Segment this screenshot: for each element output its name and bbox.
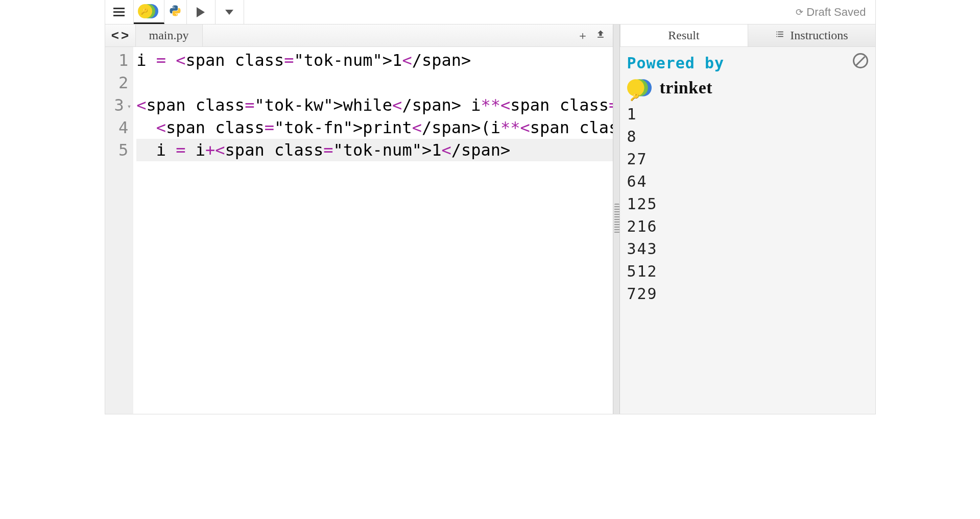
trinket-logo-button[interactable]: 🔑 xyxy=(134,0,164,24)
output-line: 512 xyxy=(627,260,868,283)
output-line: 216 xyxy=(627,215,868,238)
python-icon xyxy=(169,5,181,20)
file-nav-arrows[interactable]: < > xyxy=(105,24,136,46)
main-body: < > main.py ＋ 12345 i = <span class="tok… xyxy=(105,24,875,414)
code-line[interactable]: <span class="tok-fn">print</span>(i**<sp… xyxy=(136,116,612,139)
hamburger-icon xyxy=(113,8,125,16)
powered-by-text: Powered by xyxy=(627,52,868,75)
app-window: 🔑 ⟳ Draft Saved < > xyxy=(105,0,876,414)
tab-instructions[interactable]: Instructions xyxy=(748,24,875,46)
output-line: 64 xyxy=(627,170,868,193)
result-area: Powered by 🔑 trinket 1827641252163435127… xyxy=(620,47,875,414)
line-number: 4 xyxy=(114,116,129,139)
tab-instructions-label: Instructions xyxy=(790,29,848,42)
trinket-logo-icon: 🔑 xyxy=(627,78,659,97)
trinket-logo-icon: 🔑 xyxy=(138,3,159,19)
code-line[interactable]: i = <span class="tok-num">1</span> xyxy=(136,49,612,71)
upload-file-button[interactable] xyxy=(595,29,606,42)
menu-button[interactable] xyxy=(105,0,134,24)
output-line: 729 xyxy=(627,283,868,305)
tab-result-label: Result xyxy=(668,29,699,42)
chevron-right-icon: > xyxy=(121,28,129,43)
code-content[interactable]: i = <span class="tok-num">1</span><span … xyxy=(133,47,612,414)
output-tabs: Result Instructions xyxy=(620,24,875,47)
file-tab-label: main.py xyxy=(149,29,189,42)
code-line[interactable] xyxy=(136,71,612,94)
code-editor[interactable]: 12345 i = <span class="tok-num">1</span>… xyxy=(105,47,613,414)
output-pane: Result Instructions Powered by xyxy=(620,24,875,414)
file-tab-main[interactable]: main.py xyxy=(136,24,203,46)
splitter-handle-icon xyxy=(614,204,619,234)
output-line: 27 xyxy=(627,148,868,170)
refresh-icon: ⟳ xyxy=(796,7,803,18)
line-number: 3 xyxy=(114,94,129,116)
save-status: ⟳ Draft Saved xyxy=(796,0,875,24)
chevron-left-icon: < xyxy=(111,28,119,43)
output-line: 343 xyxy=(627,238,868,260)
pane-splitter[interactable] xyxy=(613,24,620,414)
more-button[interactable] xyxy=(216,0,244,24)
stop-button[interactable] xyxy=(853,53,868,68)
list-icon xyxy=(775,30,785,41)
language-button[interactable] xyxy=(164,0,187,24)
output-line: 1 xyxy=(627,103,868,126)
play-icon xyxy=(197,7,205,17)
run-button[interactable] xyxy=(187,0,216,24)
line-number-gutter: 12345 xyxy=(105,47,134,414)
line-number: 1 xyxy=(114,49,129,71)
save-status-text: Draft Saved xyxy=(806,6,866,19)
line-number: 2 xyxy=(114,71,129,94)
trinket-brand-text: trinket xyxy=(660,77,713,99)
code-line[interactable]: i = i+<span class="tok-num">1</span> xyxy=(136,139,612,161)
editor-pane: < > main.py ＋ 12345 i = <span class="tok… xyxy=(105,24,613,414)
tab-result[interactable]: Result xyxy=(620,24,748,46)
program-output: 182764125216343512729 xyxy=(627,103,868,305)
file-actions: ＋ xyxy=(577,24,613,46)
output-line: 125 xyxy=(627,193,868,215)
chevron-down-icon xyxy=(225,10,233,15)
code-line[interactable]: <span class="tok-kw">while</span> i**<sp… xyxy=(136,94,612,116)
toolbar: 🔑 ⟳ Draft Saved xyxy=(105,0,875,24)
line-number: 5 xyxy=(114,139,129,161)
output-line: 8 xyxy=(627,126,868,148)
file-tab-bar: < > main.py ＋ xyxy=(105,24,613,47)
trinket-brand: 🔑 trinket xyxy=(627,77,868,99)
add-file-button[interactable]: ＋ xyxy=(577,28,588,43)
